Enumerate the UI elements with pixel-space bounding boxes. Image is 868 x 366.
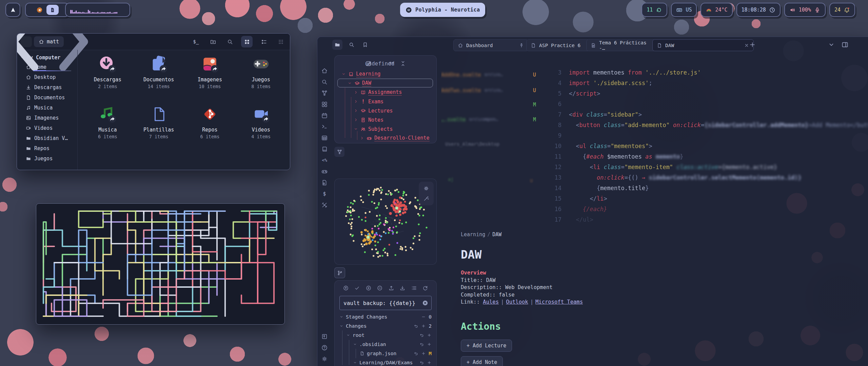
terminal-button[interactable]: $_ xyxy=(190,36,202,47)
breadcrumb-parent[interactable]: Learning xyxy=(461,231,485,238)
ribbon-gamepad-button[interactable] xyxy=(321,168,328,175)
git-row--obsidian[interactable]: .obsidian xyxy=(335,340,436,349)
tree-item-subjects[interactable]: Subjects xyxy=(335,124,436,134)
notifications-widget[interactable]: 24 xyxy=(829,3,855,17)
git-row-staged-changes[interactable]: Staged Changes0 xyxy=(335,312,436,321)
grid-view-button[interactable] xyxy=(241,36,253,47)
sidebar-item-documentos[interactable]: Documentos xyxy=(17,93,77,103)
sidebar-item-repos[interactable]: Repos xyxy=(17,143,77,154)
undo-icon[interactable] xyxy=(419,333,424,338)
sidebar-item-obsidian-v-[interactable]: Obsidian V… xyxy=(17,133,77,143)
git-row-graph-json[interactable]: graph.jsonM xyxy=(335,349,436,358)
updates-widget[interactable]: 11 xyxy=(642,3,667,17)
folder-documentos[interactable]: Documentos14 items xyxy=(133,51,184,89)
plus-icon[interactable] xyxy=(427,333,432,338)
tab-tema-6-pr-cticas-[interactable]: Tema 6 Prácticas -… xyxy=(586,39,656,51)
plus-icon[interactable] xyxy=(421,351,426,356)
tree-item-learning[interactable]: Learning xyxy=(335,69,436,79)
graph-gear-button[interactable] xyxy=(423,185,429,191)
ribbon-grid-button[interactable] xyxy=(321,101,328,108)
folder-plus-button[interactable] xyxy=(207,36,219,47)
clock-widget[interactable]: 18:08:28 xyxy=(736,3,781,17)
ribbon-vault-button[interactable] xyxy=(321,333,328,340)
new-folder-button[interactable]: undefined xyxy=(377,60,383,67)
new-tab-button[interactable] xyxy=(749,41,756,48)
search-button[interactable] xyxy=(224,36,236,47)
link-aules[interactable]: Aules xyxy=(483,299,499,305)
git-upload-button[interactable] xyxy=(388,285,394,291)
link-microsoft-teams[interactable]: Microsoft Teams xyxy=(535,299,583,305)
sidebar-item-home[interactable]: Home xyxy=(17,62,77,72)
tree-item-daw[interactable]: DAW xyxy=(335,79,436,88)
git-panel-chip[interactable] xyxy=(334,267,345,278)
graph-view-panel[interactable] xyxy=(334,179,437,265)
git-commit-button[interactable] xyxy=(343,285,349,291)
sidebar-item-videos[interactable]: Videos xyxy=(17,123,77,133)
sidebar-tab-search[interactable] xyxy=(347,40,357,50)
weather-widget[interactable]: 24°C xyxy=(701,3,732,17)
tree-item-assignments[interactable]: Assignments xyxy=(335,88,436,97)
tree-item-desarrollo-cliente[interactable]: Desarrollo-Cliente xyxy=(335,134,436,143)
keyboard-layout-widget[interactable]: US xyxy=(671,3,697,17)
ribbon-gear-button[interactable] xyxy=(321,355,328,362)
git-minus-circle-button[interactable] xyxy=(377,285,383,291)
sort-button[interactable] xyxy=(388,60,395,67)
compact-view-button[interactable] xyxy=(275,36,287,47)
folder-repos[interactable]: Repos6 items xyxy=(184,101,236,139)
tree-item-notes[interactable]: Notes xyxy=(335,115,436,124)
undo-icon[interactable] xyxy=(414,324,418,328)
ribbon-search-button[interactable] xyxy=(321,79,328,85)
plus-icon[interactable] xyxy=(427,360,432,365)
media-player-widget[interactable]: Polyphia - Neurotica xyxy=(400,3,485,17)
ribbon-table-button[interactable] xyxy=(321,135,328,141)
ribbon-help-button[interactable] xyxy=(321,344,328,351)
audio-widget[interactable]: 100% xyxy=(784,3,826,17)
tab-list-button[interactable] xyxy=(828,41,835,48)
folder-descargas[interactable]: Descargas2 items xyxy=(82,51,133,89)
folder-musica[interactable]: Musica6 items xyxy=(82,101,133,139)
active-workspace[interactable] xyxy=(46,5,59,15)
undo-icon[interactable] xyxy=(414,351,418,356)
sidebar-item-desktop[interactable]: Desktop xyxy=(17,72,77,82)
git-row-learning-daw-exams[interactable]: Learning/DAW/Exams xyxy=(335,358,436,366)
ribbon-book-button[interactable] xyxy=(321,146,328,152)
graph-wand-button[interactable] xyxy=(423,196,429,202)
app-launcher-button[interactable] xyxy=(5,3,20,17)
ribbon-file-badge-button[interactable] xyxy=(321,179,328,186)
folder-videos[interactable]: Videos4 items xyxy=(235,101,287,139)
tab-daw[interactable]: DAW xyxy=(652,39,754,51)
undo-icon[interactable] xyxy=(419,360,424,365)
plus-icon[interactable] xyxy=(427,342,432,347)
ribbon-graph-button[interactable] xyxy=(321,90,328,97)
git-row-root[interactable]: root xyxy=(335,330,436,340)
sidebar-tab-folder[interactable] xyxy=(332,40,342,50)
tree-item-lectures[interactable]: Lectures xyxy=(335,106,436,115)
workspaces[interactable] xyxy=(25,3,69,17)
note-breadcrumb[interactable]: Learning/DAW xyxy=(461,231,739,238)
tree-item-exams[interactable]: !Exams xyxy=(335,97,436,106)
collapse-button[interactable] xyxy=(400,60,406,67)
add-lecture-button[interactable]: + Add Lecture xyxy=(461,340,512,352)
folder-imagenes[interactable]: Imagenes10 items xyxy=(184,51,236,89)
sidebar-item-descargas[interactable]: Descargas xyxy=(17,82,77,93)
clear-icon[interactable] xyxy=(422,300,429,306)
minus-icon[interactable] xyxy=(421,314,426,319)
split-layout-button[interactable] xyxy=(841,41,849,48)
plus-icon[interactable] xyxy=(421,324,426,328)
forward-button[interactable] xyxy=(66,36,77,47)
ribbon-dollar-button[interactable]: $ xyxy=(321,190,328,197)
link-outlook[interactable]: Outlook xyxy=(506,299,528,305)
ribbon-templater-button[interactable]: <% xyxy=(321,157,328,164)
sidebar-item-imagenes[interactable]: Imagenes xyxy=(17,113,77,123)
sidebar-tab-bookmark[interactable] xyxy=(360,40,370,50)
tab-dashboard[interactable]: Dashboard xyxy=(453,39,529,51)
list-view-button[interactable] xyxy=(258,36,270,47)
git-plus-circle-button[interactable] xyxy=(366,285,372,291)
git-refresh-button[interactable] xyxy=(422,285,428,291)
git-download-button[interactable] xyxy=(399,285,406,291)
undo-icon[interactable] xyxy=(419,342,424,347)
git-check-button[interactable] xyxy=(354,285,360,291)
graph-view-chip[interactable] xyxy=(334,147,344,157)
tab-asp-practice-6[interactable]: ASP Practice 6 xyxy=(526,39,590,51)
ribbon-tools-button[interactable] xyxy=(321,202,328,208)
